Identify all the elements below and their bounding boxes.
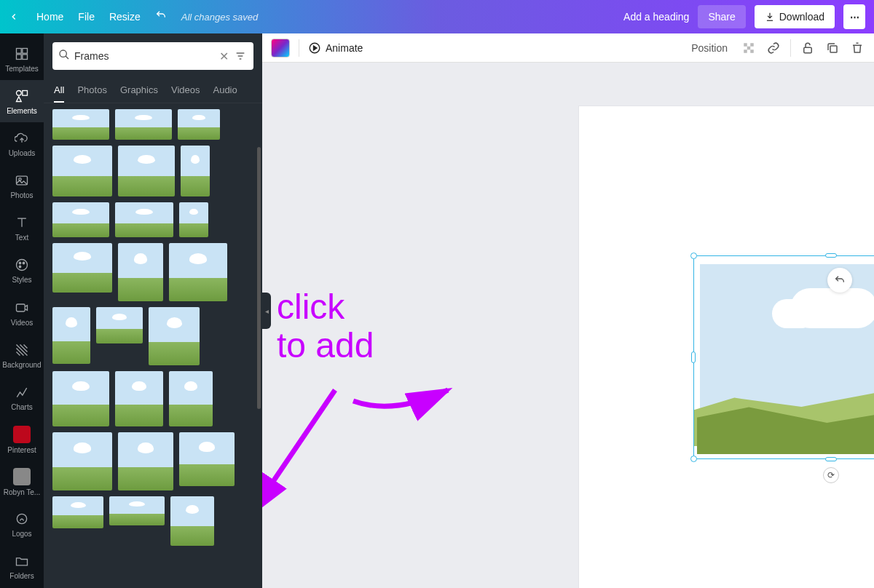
svg-rect-3 xyxy=(23,54,28,59)
resize-handle-t[interactable] xyxy=(825,253,837,258)
svg-rect-0 xyxy=(17,48,22,53)
tab-audio[interactable]: Audio xyxy=(213,79,237,103)
avatar-icon xyxy=(13,468,31,485)
frame-thumb[interactable] xyxy=(52,307,90,364)
frame-thumb[interactable] xyxy=(52,202,109,237)
frame-thumb[interactable] xyxy=(149,307,200,365)
filter-tabs: All Photos Graphics Videos Audio xyxy=(44,79,262,103)
elements-panel: ✕ All Photos Graphics Videos Audio ◂ xyxy=(44,33,262,588)
back-icon[interactable] xyxy=(9,10,22,23)
sidebar-item-elements[interactable]: Elements xyxy=(0,80,44,122)
sidebar-item-background[interactable]: Background xyxy=(0,334,44,376)
sidebar-item-logos[interactable]: Logos xyxy=(0,504,44,546)
svg-rect-5 xyxy=(23,90,28,95)
search-box[interactable]: ✕ xyxy=(52,42,253,70)
scrollbar[interactable] xyxy=(257,147,261,409)
resize-handle-l[interactable] xyxy=(691,351,696,363)
annotation-arrow-down xyxy=(262,383,342,531)
position-button[interactable]: Position xyxy=(687,39,732,57)
svg-rect-19 xyxy=(744,49,747,53)
resize-handle-tl[interactable] xyxy=(690,253,697,259)
top-bar: Home File Resize All changes saved Add a… xyxy=(0,0,874,33)
canvas-stage[interactable]: ⟳ click to add xyxy=(262,63,874,588)
frame-thumb[interactable] xyxy=(115,109,172,140)
link-icon[interactable] xyxy=(765,40,782,56)
styles-icon xyxy=(14,257,30,273)
tab-videos[interactable]: Videos xyxy=(171,79,200,103)
frame-thumb[interactable] xyxy=(52,109,109,140)
download-button[interactable]: Download xyxy=(755,5,835,28)
svg-rect-2 xyxy=(17,54,22,59)
frame-thumb[interactable] xyxy=(118,146,175,196)
frame-thumb[interactable] xyxy=(169,243,227,301)
tab-all[interactable]: All xyxy=(54,79,64,103)
frame-thumb[interactable] xyxy=(52,371,109,426)
home-link[interactable]: Home xyxy=(36,11,63,23)
tab-photos[interactable]: Photos xyxy=(77,79,106,103)
svg-point-9 xyxy=(19,263,21,265)
frame-thumb[interactable] xyxy=(52,146,112,196)
sidebar-item-text[interactable]: Text xyxy=(0,207,44,250)
svg-rect-21 xyxy=(804,47,812,53)
tab-graphics[interactable]: Graphics xyxy=(120,79,158,103)
duplicate-icon[interactable] xyxy=(824,40,840,56)
undo-icon[interactable] xyxy=(155,9,167,24)
add-heading-button[interactable]: Add a heading xyxy=(623,11,689,23)
file-menu[interactable]: File xyxy=(78,11,95,23)
frame-thumb[interactable] xyxy=(179,432,235,486)
sidebar-item-robyn[interactable]: Robyn Te... xyxy=(0,461,44,504)
svg-rect-17 xyxy=(747,46,751,49)
canvas-toolbar: Animate Position xyxy=(262,33,874,63)
rotate-handle[interactable]: ⟳ xyxy=(823,467,839,483)
frame-thumb[interactable] xyxy=(118,243,163,301)
sidebar-item-styles[interactable]: Styles xyxy=(0,250,44,292)
frame-thumb[interactable] xyxy=(170,496,214,546)
sidebar-item-videos[interactable]: Videos xyxy=(0,292,44,334)
search-input[interactable] xyxy=(74,50,215,62)
frame-thumb[interactable] xyxy=(181,146,210,196)
frame-thumb[interactable] xyxy=(118,432,173,490)
color-picker-button[interactable] xyxy=(271,39,290,57)
sidebar-item-uploads[interactable]: Uploads xyxy=(0,122,44,164)
frame-thumb[interactable] xyxy=(115,202,173,237)
frame-thumb[interactable] xyxy=(179,202,208,237)
sidebar-item-templates[interactable]: Templates xyxy=(0,38,44,80)
resize-menu[interactable]: Resize xyxy=(109,11,141,23)
resize-handle-bl[interactable] xyxy=(690,456,697,462)
svg-rect-20 xyxy=(750,49,754,53)
sidebar-item-photos[interactable]: Photos xyxy=(0,164,44,207)
frame-thumb[interactable] xyxy=(96,307,143,343)
clear-search-icon[interactable]: ✕ xyxy=(219,49,229,63)
text-icon xyxy=(14,215,30,231)
svg-point-11 xyxy=(19,266,21,269)
delete-icon[interactable] xyxy=(849,40,865,56)
annotation-text: click to add xyxy=(277,288,374,365)
uploads-icon xyxy=(14,130,30,146)
frame-thumb[interactable] xyxy=(52,432,112,490)
frame-thumb[interactable] xyxy=(52,496,103,528)
lock-icon[interactable] xyxy=(800,40,816,56)
svg-rect-16 xyxy=(744,43,747,47)
transparency-icon[interactable] xyxy=(741,40,757,56)
search-icon xyxy=(58,49,70,63)
filter-icon[interactable] xyxy=(233,49,248,63)
background-icon xyxy=(14,342,30,358)
svg-point-14 xyxy=(60,50,66,57)
frame-thumb[interactable] xyxy=(178,109,220,140)
animate-button[interactable]: Animate xyxy=(308,41,363,55)
save-status: All changes saved xyxy=(181,12,259,23)
sidebar-item-pinterest[interactable]: Pinterest xyxy=(0,418,44,461)
frame-thumb[interactable] xyxy=(169,371,213,426)
frame-thumb[interactable] xyxy=(52,243,112,293)
resize-handle-b[interactable] xyxy=(825,457,837,461)
nav-sidebar: Templates Elements Uploads Photos Text S… xyxy=(0,33,44,588)
frame-thumb[interactable] xyxy=(109,496,165,525)
annotation-arrow-right xyxy=(350,379,459,426)
frame-thumb[interactable] xyxy=(115,371,163,426)
more-menu-button[interactable]: ⋯ xyxy=(843,4,865,29)
sidebar-item-folders[interactable]: Folders xyxy=(0,546,44,588)
share-button[interactable]: Share xyxy=(698,5,745,28)
floating-undo-button[interactable] xyxy=(827,268,852,293)
svg-rect-1 xyxy=(23,48,28,53)
sidebar-item-charts[interactable]: Charts xyxy=(0,376,44,418)
